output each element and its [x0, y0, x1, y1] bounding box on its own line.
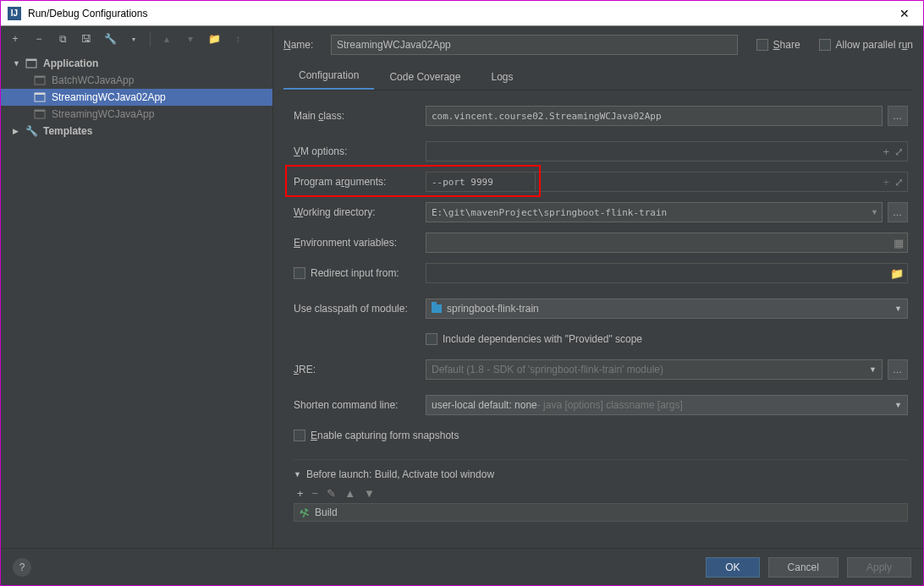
- chevron-down-icon: ▼: [894, 401, 902, 409]
- copy-icon[interactable]: ⧉: [53, 30, 72, 48]
- vm-options-label: VM options:: [294, 145, 426, 157]
- close-icon[interactable]: ✕: [893, 3, 916, 24]
- wrench-dropdown-icon[interactable]: ▾: [124, 30, 143, 48]
- classpath-select[interactable]: springboot-flink-train ▼: [426, 298, 908, 319]
- classpath-label: Use classpath of module:: [294, 303, 426, 315]
- tree-node-templates[interactable]: ▶ 🔧 Templates: [1, 123, 272, 140]
- shorten-select[interactable]: user-local default: none - java [options…: [426, 395, 908, 415]
- tree-item-batch[interactable]: BatchWCJavaApp: [1, 72, 272, 89]
- add-icon[interactable]: +: [6, 30, 25, 48]
- config-tree[interactable]: ▼ Application BatchWCJavaApp StreamingWC…: [1, 52, 272, 548]
- wrench-icon: 🔧: [25, 125, 38, 137]
- jre-select[interactable]: Default (1.8 - SDK of 'springboot-flink-…: [426, 359, 883, 380]
- name-input[interactable]: [331, 35, 738, 55]
- row-redirect-input: Redirect input from: 📁: [294, 263, 908, 283]
- tree-item-streaming02[interactable]: StreamingWCJava02App: [1, 89, 272, 106]
- build-task-row[interactable]: ⚒ Build: [294, 503, 908, 522]
- row-vm-options: VM options: +⤢: [294, 141, 908, 162]
- working-dir-input[interactable]: ▼: [426, 202, 883, 222]
- titlebar: IJ Run/Debug Configurations ✕: [1, 1, 923, 26]
- run-debug-config-window: IJ Run/Debug Configurations ✕ + − ⧉ 🖫 🔧 …: [0, 0, 924, 586]
- folder-icon[interactable]: 📁: [205, 30, 223, 48]
- include-deps-checkbox[interactable]: [426, 333, 437, 345]
- expand-arrow-icon[interactable]: ▼: [13, 59, 21, 68]
- dialog-footer: ? OK Cancel Apply: [1, 548, 923, 585]
- folder-icon[interactable]: 📁: [890, 267, 904, 280]
- tree-item-streaming[interactable]: StreamingWCJavaApp: [1, 106, 272, 123]
- tree-label: StreamingWCJava02App: [52, 91, 166, 103]
- application-config-icon: [33, 91, 47, 103]
- share-label: Share: [773, 39, 800, 51]
- remove-icon[interactable]: −: [30, 30, 48, 48]
- enable-snapshots-checkbox[interactable]: [294, 430, 305, 441]
- redirect-input-field[interactable]: 📁: [426, 263, 908, 283]
- browse-jre-button[interactable]: …: [888, 359, 908, 380]
- tabs: Configuration Code Coverage Logs: [283, 63, 913, 90]
- browse-main-class-button[interactable]: …: [888, 106, 908, 126]
- row-main-class: Main class: …: [294, 106, 908, 126]
- apply-button[interactable]: Apply: [847, 557, 911, 578]
- main-class-label: Main class:: [294, 110, 426, 122]
- application-config-icon: [33, 108, 47, 120]
- tab-configuration[interactable]: Configuration: [283, 63, 374, 90]
- module-icon: [432, 304, 442, 313]
- ok-button[interactable]: OK: [706, 557, 759, 578]
- move-up-icon[interactable]: ▲: [344, 487, 355, 500]
- tree-label: StreamingWCJavaApp: [52, 108, 154, 120]
- tree-label: BatchWCJavaApp: [52, 74, 134, 86]
- program-args-input[interactable]: [426, 172, 536, 192]
- chevron-down-icon[interactable]: ▼: [871, 208, 878, 216]
- parallel-checkbox[interactable]: [819, 39, 831, 51]
- row-enable-snapshots: Enable capturing form snapshots: [294, 425, 908, 446]
- edit-icon[interactable]: ✎: [327, 487, 336, 500]
- row-jre: JRE: Default (1.8 - SDK of 'springboot-f…: [294, 359, 908, 380]
- collapse-arrow-icon[interactable]: ▶: [13, 127, 21, 135]
- name-label: Name:: [283, 39, 322, 51]
- sort-icon[interactable]: ↕: [228, 30, 247, 48]
- tree-node-application[interactable]: ▼ Application: [1, 55, 272, 72]
- save-icon[interactable]: 🖫: [77, 30, 96, 48]
- main-class-input[interactable]: [426, 106, 883, 126]
- tree-label: Application: [43, 58, 98, 69]
- svg-rect-7: [35, 110, 45, 112]
- expand-icon[interactable]: ⤢: [894, 176, 904, 189]
- svg-rect-1: [26, 59, 36, 61]
- browse-working-dir-button[interactable]: …: [888, 202, 908, 222]
- program-args-extra[interactable]: +⤢: [536, 172, 908, 192]
- redirect-checkbox[interactable]: [294, 267, 305, 279]
- row-classpath: Use classpath of module: springboot-flin…: [294, 298, 908, 319]
- list-icon[interactable]: ▦: [894, 237, 904, 249]
- chevron-down-icon: ▼: [869, 365, 877, 374]
- include-deps-label: Include dependencies with "Provided" sco…: [443, 333, 642, 345]
- move-up-icon[interactable]: ▴: [157, 30, 176, 48]
- expand-icon[interactable]: ⤢: [894, 145, 904, 158]
- remove-icon[interactable]: −: [312, 487, 319, 500]
- cancel-button[interactable]: Cancel: [768, 557, 839, 578]
- tab-logs[interactable]: Logs: [476, 64, 528, 90]
- add-icon[interactable]: +: [297, 487, 304, 500]
- build-label: Build: [315, 507, 338, 518]
- add-icon[interactable]: +: [883, 176, 889, 189]
- move-down-icon[interactable]: ▼: [364, 487, 375, 500]
- parallel-checkbox-row[interactable]: Allow parallel run: [819, 39, 913, 51]
- tab-code-coverage[interactable]: Code Coverage: [374, 64, 476, 90]
- move-down-icon[interactable]: ▾: [181, 30, 200, 48]
- enable-snapshots-label: Enable capturing form snapshots: [311, 430, 459, 441]
- env-vars-input[interactable]: ▦: [426, 233, 908, 253]
- dialog-body: + − ⧉ 🖫 🔧 ▾ ▴ ▾ 📁 ↕ ▼ Applicat: [1, 26, 923, 585]
- add-icon[interactable]: +: [883, 145, 889, 158]
- help-button[interactable]: ?: [13, 558, 31, 577]
- config-toolbar: + − ⧉ 🖫 🔧 ▾ ▴ ▾ 📁 ↕: [1, 26, 272, 52]
- share-checkbox[interactable]: [756, 39, 768, 51]
- configuration-form: Main class: … VM options: +⤢ Progra: [283, 90, 913, 548]
- name-row: Name: Share Allow parallel run: [283, 26, 913, 63]
- vm-options-input[interactable]: +⤢: [426, 141, 908, 162]
- redirect-input-label: Redirect input from:: [294, 267, 426, 279]
- shorten-label: Shorten command line:: [294, 399, 426, 411]
- working-dir-label: Working directory:: [294, 206, 426, 218]
- expand-arrow-icon[interactable]: ▼: [294, 470, 301, 479]
- wrench-icon[interactable]: 🔧: [101, 30, 119, 48]
- share-checkbox-row[interactable]: Share: [756, 39, 800, 51]
- before-launch-header[interactable]: ▼ Before launch: Build, Activate tool wi…: [294, 468, 908, 480]
- program-args-label: Program arguments:: [294, 176, 426, 188]
